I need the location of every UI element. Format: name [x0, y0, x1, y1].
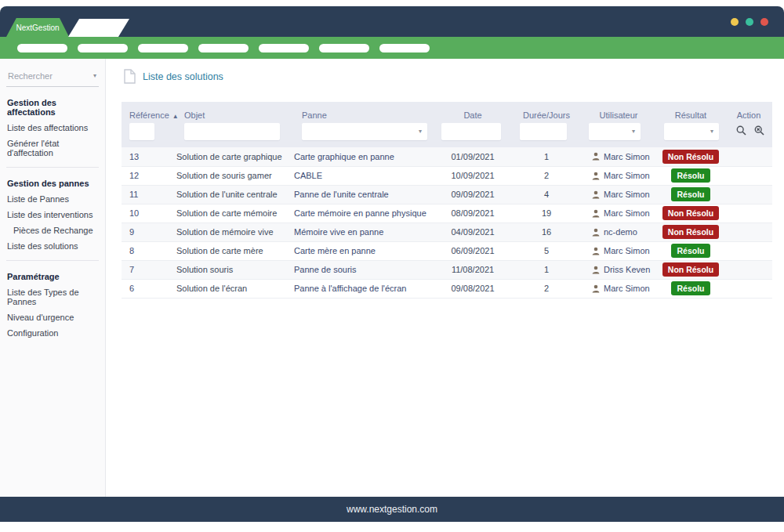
cell-resultat: Résolu — [656, 166, 725, 185]
nav-pill[interactable] — [78, 44, 128, 52]
search-icon[interactable] — [736, 125, 746, 136]
nav-pill[interactable] — [379, 44, 430, 52]
table-row[interactable]: 10 Solution de carte mémoire Carte mémoi… — [122, 204, 772, 223]
cell-action — [725, 279, 772, 298]
filter-utilisateur-select[interactable]: ▾ — [589, 123, 641, 140]
cell-action — [725, 260, 772, 279]
filter-panne-select[interactable]: ▾ — [302, 123, 427, 140]
cell-action — [725, 147, 772, 166]
cell-utilisateur: Marc Simon — [581, 204, 656, 223]
maximize-dot-icon[interactable] — [746, 18, 753, 26]
sidebar-item-generer-etat[interactable]: Générer l'état d'affectation — [6, 136, 99, 161]
document-icon — [124, 69, 136, 84]
action-icons — [733, 123, 768, 136]
sidebar-item-liste-affectations[interactable]: Liste des affectations — [6, 120, 99, 136]
cell-panne: Carte mère en panne — [294, 241, 434, 260]
cell-objet: Solution de carte graphique — [176, 147, 294, 166]
filter-resultat-select[interactable]: ▾ — [664, 123, 719, 140]
brand-tab[interactable]: NextGestion — [6, 18, 69, 37]
status-badge: Résolu — [671, 187, 710, 201]
content-area: Rechercher ▾ Gestion des affectations Li… — [0, 59, 784, 497]
user-name: Marc Simon — [604, 246, 650, 255]
sidebar-item-liste-interventions[interactable]: Liste des interventions — [6, 207, 99, 223]
column-header-duree[interactable]: Durée/Jours — [512, 102, 581, 123]
table-row[interactable]: 6 Solution de l'écran Panne à l'affichag… — [122, 279, 772, 298]
user-icon — [592, 247, 600, 255]
cell-utilisateur: Driss Keven — [581, 260, 656, 279]
filter-duree-input[interactable] — [520, 123, 567, 140]
table-row[interactable]: 13 Solution de carte graphique Carte gra… — [122, 147, 772, 166]
cell-duree: 5 — [512, 241, 581, 260]
brand-tab-label: NextGestion — [16, 24, 59, 32]
table-row[interactable]: 9 Solution de mémoire vive Mémoire vive … — [122, 223, 772, 241]
nav-pill[interactable] — [319, 44, 369, 52]
cell-panne: Carte mémoire en panne physique — [294, 204, 434, 223]
nav-pill[interactable] — [138, 44, 188, 52]
blank-tab[interactable] — [68, 19, 129, 37]
sidebar-item-liste-pannes[interactable]: Liste de Pannes — [6, 191, 99, 207]
user-icon — [592, 266, 600, 274]
chevron-down-icon: ▾ — [632, 128, 635, 135]
sidebar-item-types-pannes[interactable]: Liste des Types de Pannes — [6, 284, 99, 309]
user-icon — [592, 190, 600, 199]
close-dot-icon[interactable] — [760, 18, 768, 26]
cell-objet: Solution souris — [176, 260, 294, 279]
column-header-date[interactable]: Date — [434, 102, 512, 123]
nav-pill[interactable] — [198, 44, 249, 52]
table-row[interactable]: 12 Solution de souris gamer CABLE 10/09/… — [122, 166, 772, 185]
cell-objet: Solution de mémoire vive — [176, 223, 294, 241]
user-icon — [592, 152, 600, 161]
main-panel: Liste des solutions Référence▲ Objet Pan… — [106, 59, 784, 497]
footer: www.nextgestion.com — [0, 497, 784, 522]
cell-duree: 2 — [512, 279, 581, 298]
cell-date: 09/09/2021 — [434, 185, 512, 204]
sidebar-item-liste-solutions[interactable]: Liste des solutions — [6, 238, 99, 254]
table-row[interactable]: 11 Solution de l'unite centrale Panne de… — [122, 185, 772, 204]
table-row[interactable]: 8 Solution de carte mère Carte mère en p… — [122, 241, 772, 260]
status-badge: Non Résolu — [662, 150, 719, 164]
filter-reference-input[interactable] — [129, 123, 154, 140]
clear-search-icon[interactable] — [754, 125, 764, 136]
section-heading: Gestion des pannes — [6, 172, 99, 191]
cell-panne: Carte graphique en panne — [294, 147, 434, 166]
column-header-resultat[interactable]: Résultat — [656, 102, 725, 123]
cell-panne: Panne de l'unite centrale — [294, 185, 434, 204]
column-header-objet[interactable]: Objet — [176, 102, 294, 123]
nav-pill[interactable] — [259, 44, 309, 52]
column-label: Référence — [129, 110, 169, 120]
column-header-panne[interactable]: Panne — [294, 102, 434, 123]
sidebar-search-select[interactable]: Rechercher ▾ — [6, 69, 99, 87]
user-name: Marc Simon — [604, 284, 650, 293]
cell-panne: Panne de souris — [294, 260, 434, 279]
footer-url: www.nextgestion.com — [347, 504, 437, 515]
sidebar-item-pieces-rechange[interactable]: Pièces de Rechange — [6, 223, 99, 238]
user-name: Marc Simon — [604, 190, 650, 199]
cell-date: 10/09/2021 — [434, 166, 512, 185]
cell-utilisateur: Marc Simon — [581, 241, 656, 260]
cell-action — [725, 166, 772, 185]
sidebar-item-niveau-urgence[interactable]: Niveau d'urgence — [6, 309, 99, 325]
table-row[interactable]: 7 Solution souris Panne de souris 11/08/… — [122, 260, 772, 279]
cell-date: 11/08/2021 — [434, 260, 512, 279]
filter-objet-input[interactable] — [184, 123, 280, 140]
cell-utilisateur: Marc Simon — [581, 166, 656, 185]
nav-pill[interactable] — [17, 44, 67, 52]
table-filter-row: ▾ ▾ ▾ — [122, 123, 772, 147]
table-header-row: Référence▲ Objet Panne Date Durée/Jours … — [122, 102, 772, 123]
cell-objet: Solution de carte mémoire — [176, 204, 294, 223]
status-badge: Non Résolu — [662, 206, 719, 220]
cell-action — [725, 241, 772, 260]
filter-date-input[interactable] — [441, 123, 501, 140]
cell-reference: 12 — [122, 166, 176, 185]
column-header-reference[interactable]: Référence▲ — [122, 102, 176, 123]
cell-date: 04/09/2021 — [434, 223, 512, 241]
column-header-utilisateur[interactable]: Utilisateur — [581, 102, 656, 123]
status-badge: Résolu — [671, 281, 710, 295]
sidebar-item-configuration[interactable]: Configuration — [6, 325, 99, 341]
minimize-dot-icon[interactable] — [731, 18, 739, 26]
window-controls — [731, 18, 768, 26]
sidebar-section-pannes: Gestion des pannes Liste de Pannes Liste… — [6, 167, 99, 260]
cell-reference: 11 — [122, 185, 176, 204]
sort-asc-icon: ▲ — [172, 113, 179, 120]
cell-resultat: Résolu — [656, 185, 725, 204]
